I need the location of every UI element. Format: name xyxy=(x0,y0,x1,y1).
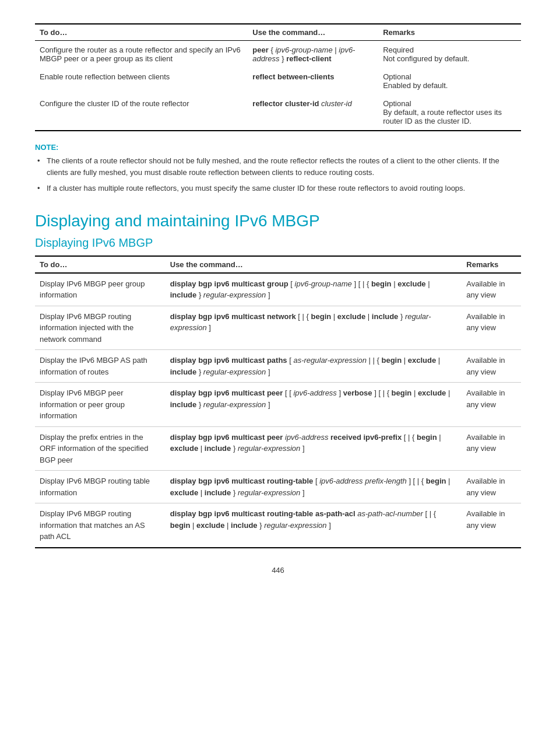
subsection-title: Displaying IPv6 MBGP xyxy=(35,236,521,250)
todo-cell: Configure the cluster ID of the route re… xyxy=(35,94,248,131)
remarks-cell: OptionalEnabled by default. xyxy=(378,68,521,94)
section-title: Displaying and maintaining IPv6 MBGP xyxy=(35,212,521,230)
table-row: Enable route reflection between clients … xyxy=(35,68,521,94)
note-label: NOTE: xyxy=(35,143,521,152)
main-display-table: To do… Use the command… Remarks Display … xyxy=(35,256,521,548)
table-row: Display IPv6 MBGP routing table informat… xyxy=(35,471,521,503)
top-configuration-table: To do… Use the command… Remarks Configur… xyxy=(35,23,521,131)
command-cell: display bgp ipv6 multicast peer [ [ ipv6… xyxy=(166,383,462,427)
todo-cell: Display IPv6 MBGP routing table informat… xyxy=(35,471,166,503)
todo-cell: Display the IPv6 MBGP AS path informatio… xyxy=(35,350,166,383)
table-row: Configure the router as a route reflecto… xyxy=(35,41,521,68)
table-row: Display IPv6 MBGP peer information or pe… xyxy=(35,383,521,427)
table-row: Display IPv6 MBGP peer group information… xyxy=(35,273,521,306)
table-row: Display IPv6 MBGP routing information in… xyxy=(35,306,521,350)
todo-cell: Display IPv6 MBGP routing information th… xyxy=(35,503,166,548)
cmd-text2: reflect-client xyxy=(286,54,331,63)
remarks-cell: Available in any view xyxy=(462,273,521,306)
todo-cell: Display IPv6 MBGP peer group information xyxy=(35,273,166,306)
top-table-header-todo: To do… xyxy=(35,24,248,41)
todo-cell: Display IPv6 MBGP peer information or pe… xyxy=(35,383,166,427)
remarks-cell: Available in any view xyxy=(462,503,521,548)
cmd-text: reflect between-clients xyxy=(252,72,334,81)
remarks-cell: RequiredNot configured by default. xyxy=(378,41,521,68)
remarks-cell: Available in any view xyxy=(462,350,521,383)
page-number: 446 xyxy=(35,566,521,575)
main-table-header-remarks: Remarks xyxy=(462,256,521,273)
top-table-header-remarks: Remarks xyxy=(378,24,521,41)
cmd-text: reflector cluster-id xyxy=(252,99,319,108)
note-item: The clients of a route reflector should … xyxy=(35,155,521,178)
remarks-cell: Available in any view xyxy=(462,383,521,427)
command-cell: display bgp ipv6 multicast routing-table… xyxy=(166,503,462,548)
main-table-header-todo: To do… xyxy=(35,256,166,273)
note-list: The clients of a route reflector should … xyxy=(35,155,521,194)
command-cell: display bgp ipv6 multicast paths [ as-re… xyxy=(166,350,462,383)
todo-cell: Display the prefix entries in the ORF in… xyxy=(35,426,166,471)
top-table-header-command: Use the command… xyxy=(248,24,378,41)
command-cell: display bgp ipv6 multicast network [ | {… xyxy=(166,306,462,350)
todo-cell: Enable route reflection between clients xyxy=(35,68,248,94)
note-item: If a cluster has multiple route reflecto… xyxy=(35,183,521,194)
command-cell: peer { ipv6-group-name | ipv6-address } … xyxy=(248,41,378,68)
table-row: Display the IPv6 MBGP AS path informatio… xyxy=(35,350,521,383)
table-row: Configure the cluster ID of the route re… xyxy=(35,94,521,131)
todo-cell: Configure the router as a route reflecto… xyxy=(35,41,248,68)
table-row: Display IPv6 MBGP routing information th… xyxy=(35,503,521,548)
remarks-cell: Available in any view xyxy=(462,426,521,471)
cmd-param: cluster-id xyxy=(321,99,352,108)
remarks-cell: OptionalBy default, a route reflector us… xyxy=(378,94,521,131)
command-cell: reflector cluster-id cluster-id xyxy=(248,94,378,131)
command-cell: display bgp ipv6 multicast routing-table… xyxy=(166,471,462,503)
main-table-header-command: Use the command… xyxy=(166,256,462,273)
cmd-param: ipv6-group-name xyxy=(275,46,332,54)
note-section: NOTE: The clients of a route reflector s… xyxy=(35,143,521,194)
command-cell: display bgp ipv6 multicast group [ ipv6-… xyxy=(166,273,462,306)
remarks-cell: Available in any view xyxy=(462,306,521,350)
command-cell: reflect between-clients xyxy=(248,68,378,94)
todo-cell: Display IPv6 MBGP routing information in… xyxy=(35,306,166,350)
remarks-cell: Available in any view xyxy=(462,471,521,503)
table-row: Display the prefix entries in the ORF in… xyxy=(35,426,521,471)
cmd-text: peer xyxy=(252,46,268,54)
command-cell: display bgp ipv6 multicast peer ipv6-add… xyxy=(166,426,462,471)
